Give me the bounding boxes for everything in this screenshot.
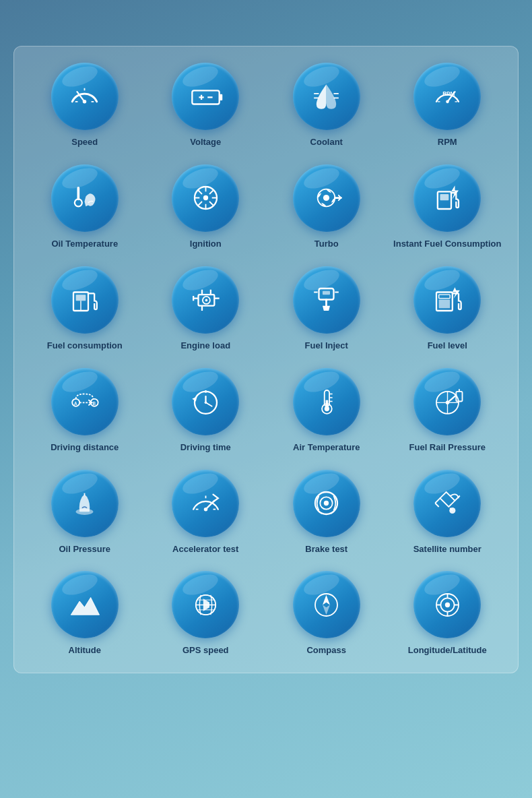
- compass-label: Compass: [306, 645, 346, 656]
- driving-distance-icon: AB: [51, 368, 119, 435]
- feature-item-compass: Compass: [269, 571, 384, 656]
- fuel-consumption-label: Fuel consumption: [47, 340, 123, 352]
- feature-item-voltage: Voltage: [149, 63, 263, 148]
- feature-item-driving-distance: ABDriving distance: [28, 368, 142, 454]
- feature-item-turbo: Turbo: [269, 164, 384, 250]
- feature-item-oil-temp: Oil Temperature: [28, 164, 142, 250]
- oil-temp-label: Oil Temperature: [51, 239, 118, 250]
- altitude-icon: [51, 571, 119, 638]
- speed-label: Speed: [71, 137, 98, 148]
- svg-point-22: [203, 195, 208, 200]
- coolant-label: Coolant: [310, 137, 343, 148]
- altitude-label: Altitude: [69, 645, 101, 656]
- feature-item-air-temp: Air Temperature: [269, 368, 384, 454]
- driving-time-label: Driving time: [180, 442, 231, 454]
- svg-point-1: [83, 100, 87, 104]
- gps-speed-label: GPS speed: [182, 645, 229, 656]
- feature-item-coolant: Coolant: [269, 63, 384, 148]
- svg-rect-58: [438, 295, 450, 299]
- brake-test-label: Brake test: [305, 544, 347, 555]
- driving-time-icon: [172, 368, 239, 435]
- features-grid-container: SpeedVoltageCoolantRPMRPMOil Temperature…: [13, 46, 519, 673]
- svg-line-27: [198, 191, 202, 195]
- svg-rect-56: [438, 300, 450, 309]
- satellite-icon: [413, 470, 481, 537]
- feature-item-speed: Speed: [28, 63, 142, 148]
- engine-load-icon: [172, 266, 239, 334]
- voltage-label: Voltage: [190, 137, 221, 148]
- fuel-rail-icon: [413, 368, 481, 435]
- ignition-icon: [172, 164, 239, 232]
- feature-item-driving-time: Driving time: [149, 368, 263, 454]
- fuel-level-label: Fuel level: [428, 340, 467, 352]
- air-temp-icon: [293, 368, 360, 435]
- fuel-consumption-icon: [51, 266, 119, 334]
- accel-test-icon: [172, 470, 239, 537]
- page-header: [253, 0, 279, 46]
- accel-test-label: Accelerator test: [172, 544, 238, 555]
- feature-item-altitude: Altitude: [28, 571, 142, 656]
- ignition-label: Ignition: [190, 239, 222, 250]
- svg-line-94: [435, 503, 439, 508]
- oil-pressure-icon: [51, 470, 119, 537]
- fuel-inject-icon: [293, 266, 360, 334]
- feature-item-longitude: Longitude/Latitude: [391, 571, 505, 656]
- turbo-icon: [293, 164, 360, 232]
- feature-item-rpm: RPMRPM: [391, 63, 505, 148]
- svg-point-104: [445, 603, 450, 607]
- svg-line-29: [209, 191, 213, 195]
- feature-item-fuel-rail: Fuel Rail Pressure: [391, 368, 505, 454]
- turbo-label: Turbo: [314, 239, 339, 250]
- svg-rect-38: [76, 295, 86, 301]
- gps-speed-icon: [172, 571, 239, 638]
- feature-item-engine-load: Engine load: [149, 266, 263, 352]
- instant-fuel-icon: [413, 164, 481, 232]
- fuel-level-icon: [413, 266, 481, 334]
- engine-load-label: Engine load: [180, 340, 230, 352]
- feature-item-instant-fuel: Instant Fuel Consumption: [391, 164, 505, 250]
- oil-pressure-label: Oil Pressure: [59, 544, 110, 555]
- fuel-rail-label: Fuel Rail Pressure: [409, 442, 486, 454]
- feature-item-fuel-consumption: Fuel consumption: [28, 266, 142, 352]
- feature-item-fuel-level: Fuel level: [391, 266, 505, 352]
- instant-fuel-label: Instant Fuel Consumption: [393, 239, 501, 250]
- feature-item-brake-test: Brake test: [269, 470, 384, 555]
- feature-item-accel-test: Accelerator test: [149, 470, 263, 555]
- svg-rect-72: [326, 400, 329, 410]
- satellite-label: Satellite number: [413, 544, 481, 555]
- features-grid: SpeedVoltageCoolantRPMRPMOil Temperature…: [28, 63, 504, 656]
- svg-point-80: [446, 401, 450, 405]
- voltage-icon: [172, 63, 239, 130]
- brake-test-icon: [293, 470, 360, 537]
- driving-distance-label: Driving distance: [51, 442, 119, 454]
- longitude-label: Longitude/Latitude: [408, 645, 487, 656]
- feature-item-oil-pressure: Oil Pressure: [28, 470, 142, 555]
- svg-text:A: A: [74, 401, 77, 406]
- rpm-label: RPM: [438, 137, 457, 148]
- svg-point-68: [204, 402, 207, 404]
- speed-icon: [51, 63, 119, 130]
- svg-text:B: B: [93, 401, 96, 406]
- feature-item-satellite: Satellite number: [391, 470, 505, 555]
- oil-temp-icon: [51, 164, 119, 232]
- feature-item-ignition: Ignition: [149, 164, 263, 250]
- air-temp-label: Air Temperature: [293, 442, 360, 454]
- feature-item-gps-speed: GPS speed: [149, 571, 263, 656]
- svg-line-93: [435, 498, 440, 503]
- svg-line-30: [198, 202, 202, 206]
- compass-icon: [293, 571, 360, 638]
- svg-rect-6: [219, 94, 222, 100]
- svg-line-28: [209, 202, 213, 206]
- fuel-inject-label: Fuel Inject: [305, 340, 348, 352]
- coolant-icon: [293, 63, 360, 130]
- feature-item-fuel-inject: Fuel Inject: [269, 266, 384, 352]
- svg-point-92: [324, 501, 329, 505]
- svg-point-32: [323, 195, 329, 201]
- longitude-icon: [413, 571, 481, 638]
- rpm-icon: RPM: [413, 63, 481, 130]
- svg-rect-51: [323, 291, 330, 295]
- svg-text:RPM: RPM: [442, 90, 455, 96]
- svg-point-86: [204, 508, 208, 512]
- svg-point-43: [205, 299, 207, 302]
- svg-rect-5: [192, 90, 219, 104]
